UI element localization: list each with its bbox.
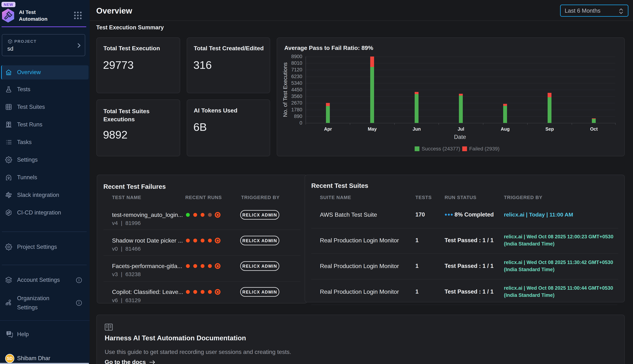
- svg-text:?: ?: [8, 331, 10, 335]
